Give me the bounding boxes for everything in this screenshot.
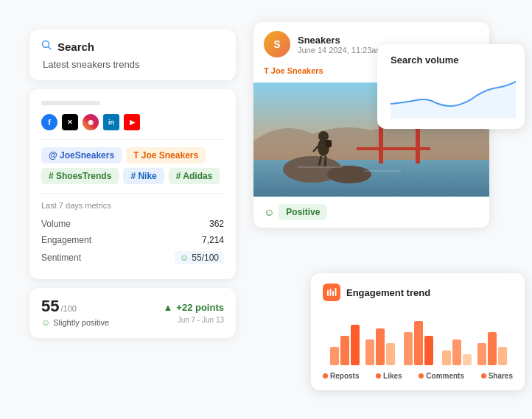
svg-rect-19: [332, 291, 334, 296]
post-date: June 14 2024, 11:23am: [298, 46, 383, 54]
tag-shoes-trends: # ShoesTrends: [41, 168, 119, 184]
tag-nike: # Nike: [123, 168, 164, 184]
x-twitter-icon: ✕: [62, 114, 78, 130]
positive-icon: ☺: [264, 206, 274, 218]
search-volume-title: Search volume: [391, 54, 511, 66]
reposts-dot: [323, 373, 328, 378]
score-left: 55 /100 ☺ Slightly positive: [41, 298, 109, 328]
positive-label: Positive: [286, 207, 320, 217]
engagement-row: Engagement 7,214: [41, 232, 224, 248]
svg-rect-34: [488, 332, 497, 365]
score-out-of: /100: [60, 304, 76, 313]
engagement-trend-title: Engagement trend: [346, 287, 430, 298]
et-header: Engagement trend: [323, 284, 513, 301]
score-display: 55 /100: [41, 298, 109, 314]
score-sub: ☺ Slightly positive: [41, 317, 109, 328]
svg-rect-6: [357, 147, 430, 150]
svg-rect-18: [330, 289, 332, 296]
post-title: Sneakers: [298, 35, 383, 46]
svg-rect-20: [335, 288, 337, 296]
svg-point-10: [318, 131, 329, 141]
tags-row: @ JoeSneakers T Joe Sneakers # ShoesTren…: [41, 147, 224, 184]
svg-rect-29: [424, 336, 433, 365]
likes-dot: [376, 373, 381, 378]
post-meta: Sneakers June 14 2024, 11:23am: [298, 35, 383, 54]
score-right: ▲ +22 points Jun 7 - Jun 13: [163, 302, 224, 324]
likes-label: Likes: [376, 372, 402, 380]
svg-rect-23: [351, 325, 360, 365]
volume-value: 362: [209, 219, 224, 229]
tag-adidas: # Adidas: [169, 168, 220, 184]
svg-line-1: [49, 47, 52, 50]
tag-joe-sneakers-t: T Joe Sneakers: [126, 147, 206, 163]
svg-rect-28: [414, 321, 423, 365]
gray-bar: [41, 101, 100, 105]
engagement-label: Engagement: [41, 235, 91, 245]
sentiment-row: Sentiment ☺ 55/100: [41, 248, 224, 267]
right-panel: S Sneakers June 14 2024, 11:23am T Joe S…: [253, 22, 503, 376]
app-container: Search Latest sneakers trends f ✕ ◉ in ▶…: [0, 0, 532, 419]
svg-rect-33: [477, 343, 486, 365]
volume-row: Volume 362: [41, 216, 224, 232]
score-number: 55: [41, 298, 59, 314]
svg-rect-32: [463, 354, 472, 365]
search-card: Search Latest sneakers trends: [29, 29, 236, 80]
svg-rect-35: [498, 347, 507, 365]
search-row: Search: [41, 40, 224, 53]
svg-rect-31: [452, 339, 461, 365]
engagement-card: Engagement trend: [311, 273, 525, 390]
svg-line-13: [325, 156, 326, 166]
search-label: Search: [57, 41, 94, 53]
youtube-icon: ▶: [124, 114, 140, 130]
search-volume-card: Search volume: [377, 44, 525, 129]
metrics-card: f ✕ ◉ in ▶ @ JoeSneakers T Joe Sneakers …: [29, 89, 236, 279]
social-icons-row: f ✕ ◉ in ▶: [41, 114, 224, 130]
arrow-up-icon: ▲: [163, 302, 172, 313]
instagram-icon: ◉: [83, 114, 99, 130]
score-change: ▲ +22 points: [163, 302, 224, 313]
score-description: Slightly positive: [53, 318, 109, 327]
smiley-icon-2: ☺: [41, 317, 50, 328]
svg-rect-22: [340, 336, 349, 365]
svg-rect-24: [365, 339, 374, 365]
sentiment-footer: 55 /100 ☺ Slightly positive ▲ +22 points…: [29, 288, 236, 338]
svg-rect-26: [386, 343, 395, 365]
comments-label: Comments: [419, 372, 464, 380]
linkedin-icon: in: [103, 114, 119, 130]
reposts-label: Reposts: [323, 372, 359, 380]
tag-joe-sneakers-at: @ JoeSneakers: [41, 147, 122, 163]
sentiment-badge: ☺ 55/100: [175, 251, 224, 264]
et-icon: [323, 284, 340, 301]
svg-rect-17: [327, 290, 329, 296]
sentiment-label: Sentiment: [41, 253, 81, 263]
positive-badge: Positive: [279, 204, 327, 220]
search-icon: [41, 40, 52, 53]
search-volume-chart: [391, 74, 511, 119]
score-date: Jun 7 - Jun 13: [178, 316, 224, 324]
shares-dot: [481, 373, 486, 378]
engagement-chart: [323, 310, 513, 369]
comments-dot: [419, 373, 424, 378]
smiley-icon: ☺: [180, 253, 189, 263]
divider-2: [41, 193, 224, 194]
svg-rect-11: [326, 140, 332, 147]
et-labels: Reposts Likes Comments Shares: [323, 372, 513, 380]
svg-point-8: [327, 166, 371, 183]
divider-1: [41, 139, 224, 140]
facebook-icon: f: [41, 114, 57, 130]
svg-rect-27: [404, 332, 413, 365]
search-subtitle: Latest sneakers trends: [41, 59, 224, 70]
svg-rect-30: [442, 351, 451, 365]
period-label: Last 7 days metrics: [41, 201, 224, 210]
svg-rect-25: [376, 328, 385, 365]
volume-label: Volume: [41, 219, 71, 229]
left-panel: Search Latest sneakers trends f ✕ ◉ in ▶…: [29, 29, 236, 338]
post-footer: ☺ Positive: [253, 197, 489, 228]
engagement-value: 7,214: [202, 235, 224, 245]
avatar: S: [264, 31, 290, 57]
svg-rect-21: [330, 347, 339, 365]
post-tag[interactable]: T Joe Sneakers: [264, 66, 323, 75]
shares-label: Shares: [481, 372, 513, 380]
